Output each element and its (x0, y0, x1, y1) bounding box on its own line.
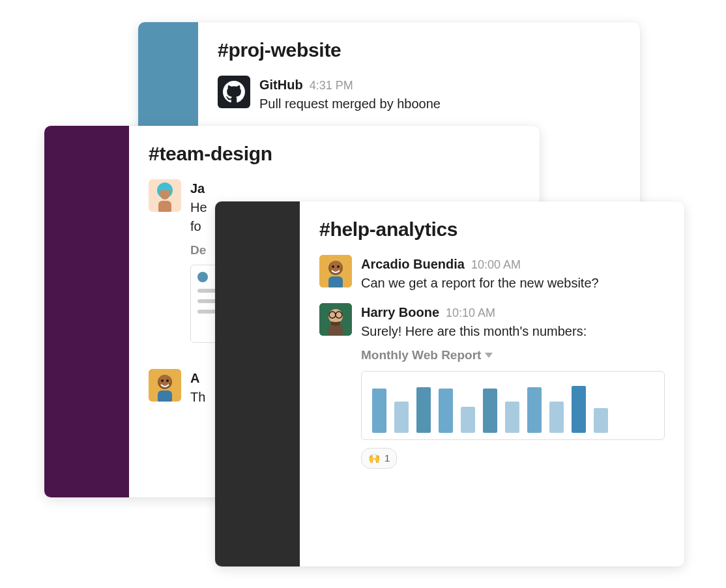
message-body: Harry Boone10:10 AM Surely! Here are thi… (361, 303, 665, 469)
svg-point-13 (332, 265, 334, 268)
side-strip (44, 126, 129, 497)
timestamp: 10:10 AM (446, 306, 495, 319)
channel-name: #help-analytics (319, 218, 665, 241)
avatar (149, 179, 181, 212)
chart-bar (483, 389, 497, 433)
reaction-count: 1 (385, 451, 390, 465)
card-body: #help-analytics Arcadio Buendia10:00 AM … (300, 201, 684, 566)
message-text: Surely! Here are this month's numbers: (361, 322, 665, 341)
side-strip (215, 201, 300, 566)
attachment-partial: De (190, 241, 206, 259)
chart-bar (549, 402, 564, 433)
avatar (149, 369, 181, 402)
svg-rect-12 (328, 276, 343, 287)
chart-bar (372, 389, 386, 433)
card-help-analytics: #help-analytics Arcadio Buendia10:00 AM … (215, 201, 684, 566)
chart-bar (416, 387, 431, 433)
github-icon (218, 76, 250, 108)
chevron-down-icon (485, 353, 493, 358)
svg-point-8 (166, 379, 169, 382)
message: GitHub4:31 PM Pull request merged by hbo… (218, 76, 620, 113)
chart-bar (594, 408, 608, 433)
chart-bar (394, 402, 409, 433)
timestamp: 10:00 AM (471, 258, 521, 271)
message: Harry Boone10:10 AM Surely! Here are thi… (319, 303, 665, 469)
message-body: GitHub4:31 PM Pull request merged by hbo… (259, 76, 620, 113)
avatar (319, 255, 352, 287)
avatar (319, 303, 352, 336)
attachment-title[interactable]: Monthly Web Report (361, 346, 493, 364)
sender-name: A (190, 371, 199, 385)
sender-name: Ja (190, 181, 205, 196)
attachment-title-text: Monthly Web Report (361, 346, 481, 364)
chart-bar (572, 386, 586, 433)
svg-rect-17 (328, 325, 343, 336)
svg-point-7 (161, 379, 164, 382)
sender-name: Arcadio Buendia (361, 257, 465, 271)
chart-bar (461, 407, 475, 433)
svg-rect-2 (158, 201, 171, 212)
chart-preview (361, 371, 665, 440)
svg-point-1 (160, 190, 169, 199)
svg-point-14 (337, 265, 340, 268)
svg-rect-6 (158, 390, 172, 402)
message-text: Can we get a report for the new website? (361, 274, 635, 293)
timestamp: 4:31 PM (310, 79, 353, 92)
channel-name: #team-design (149, 143, 520, 165)
chart-bar (439, 389, 453, 433)
message-text: Pull request merged by hboone (259, 95, 620, 113)
sender-name: GitHub (259, 78, 303, 92)
channel-name: #proj-website (218, 39, 620, 61)
reaction-emoji: 🙌 (368, 451, 381, 465)
message: Arcadio Buendia10:00 AM Can we get a rep… (319, 255, 665, 293)
chart-bar (527, 387, 542, 433)
reaction-pill[interactable]: 🙌 1 (361, 448, 397, 469)
chart-bar (505, 402, 519, 433)
message-body: Arcadio Buendia10:00 AM Can we get a rep… (361, 255, 665, 293)
sender-name: Harry Boone (361, 305, 439, 319)
